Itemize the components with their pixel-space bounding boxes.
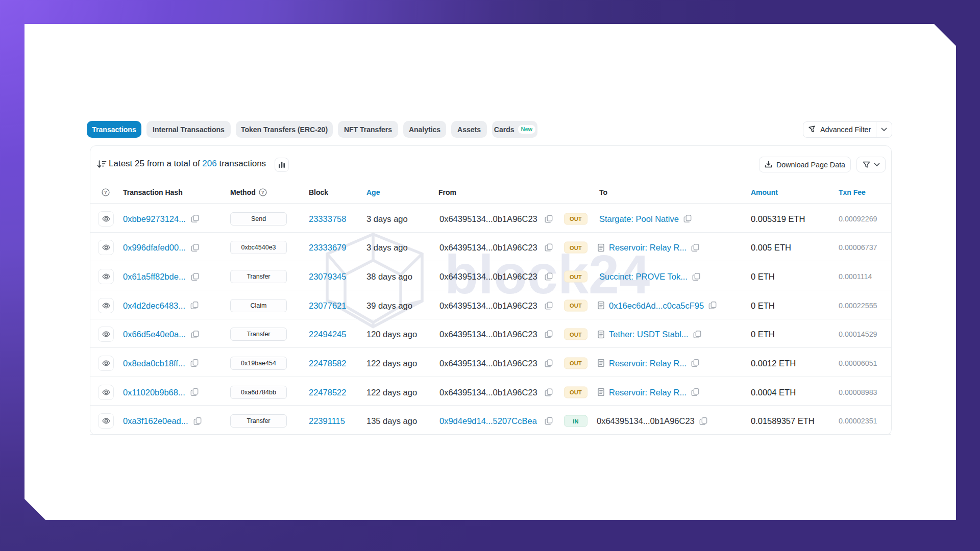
svg-text:?: ? — [104, 189, 107, 195]
svg-text:?: ? — [261, 189, 264, 195]
